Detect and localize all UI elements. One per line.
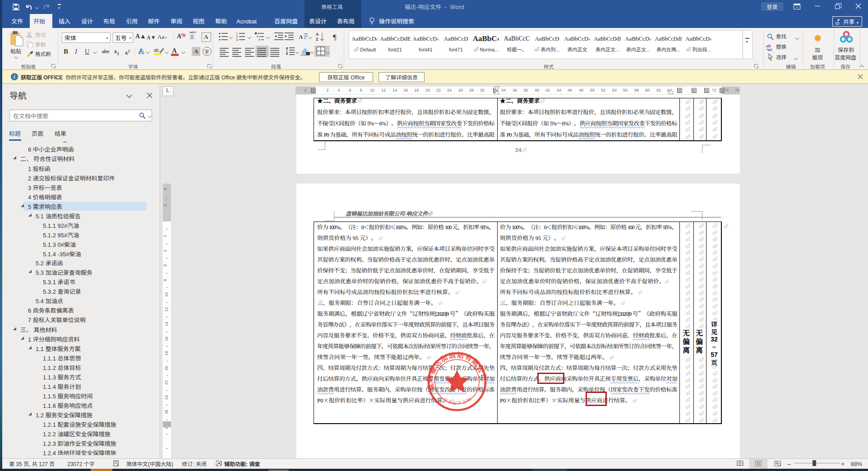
svg-text:ac: ac — [768, 47, 772, 51]
svg-text:x: x — [117, 463, 119, 467]
svg-text:¶: ¶ — [333, 33, 337, 42]
svg-text:A: A — [299, 33, 303, 40]
svg-text:1: 1 — [236, 32, 238, 35]
svg-text:A: A — [316, 32, 319, 37]
svg-text:Z: Z — [316, 37, 319, 42]
svg-text:响应文件专用: 响应文件专用 — [442, 396, 473, 406]
svg-text:ab: ab — [154, 48, 159, 53]
svg-text:3: 3 — [236, 38, 238, 42]
svg-text:2: 2 — [236, 35, 238, 38]
